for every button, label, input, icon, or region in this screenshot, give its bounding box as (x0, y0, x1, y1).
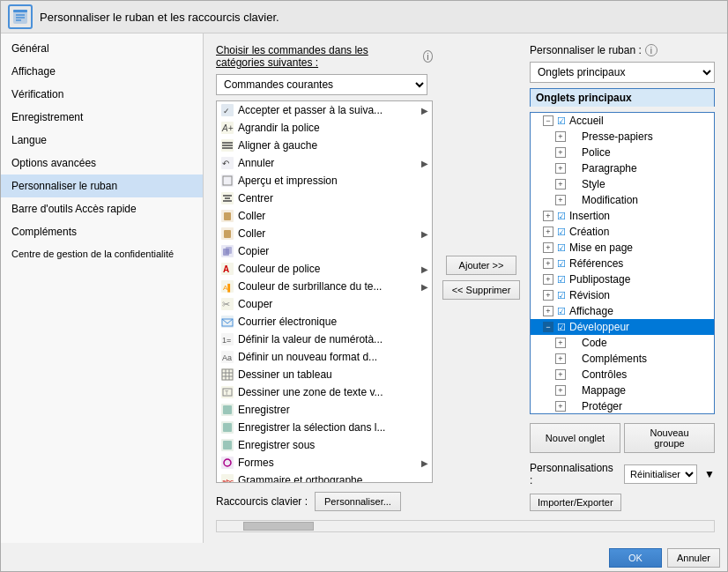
list-item[interactable]: Enregistrer la sélection dans l... (217, 419, 432, 436)
tree-item-controles[interactable]: + Contrôles (531, 367, 714, 383)
list-item[interactable]: Formes ▶ (217, 454, 432, 472)
svg-rect-27 (226, 247, 232, 254)
ribbon-tree[interactable]: − Accueil + Presse-papiers + Poli (530, 112, 715, 414)
list-item[interactable]: Aligner à gauche (217, 137, 432, 154)
horizontal-scrollbar[interactable] (216, 520, 715, 532)
expand-developpeur[interactable]: − (543, 322, 553, 332)
check-creation[interactable] (555, 226, 568, 238)
list-item[interactable]: ✂ Couper (217, 295, 432, 313)
sidebar-item-affichage[interactable]: Affichage (1, 60, 203, 83)
expand-references[interactable]: + (543, 258, 553, 269)
check-publipostage[interactable] (555, 273, 568, 286)
svg-rect-54 (223, 441, 232, 449)
tree-item-code[interactable]: + Code (531, 335, 714, 351)
expand-modification[interactable]: + (555, 195, 566, 205)
expand-accueil[interactable]: − (543, 115, 553, 126)
svg-text:Aa: Aa (222, 353, 232, 362)
expand-presse[interactable]: + (555, 131, 566, 142)
tree-item-complements-dev[interactable]: + Compléments (531, 351, 714, 367)
personnaliser-button[interactable]: Personnaliser... (315, 492, 401, 511)
list-item[interactable]: Centrer (217, 189, 432, 207)
tree-item-police[interactable]: + Police (531, 145, 714, 160)
check-references[interactable] (555, 257, 568, 270)
list-item[interactable]: A▌ Couleur de surbrillance du te... ▶ (217, 278, 432, 295)
list-item[interactable]: ↶ Annuler ▶ (217, 154, 432, 172)
list-item[interactable]: Coller (217, 207, 432, 225)
ribbon-dropdown[interactable]: Onglets principaux (530, 62, 715, 83)
expand-insertion[interactable]: + (543, 211, 553, 221)
cancel-button[interactable]: Annuler (667, 548, 720, 568)
list-item[interactable]: Dessiner un tableau (217, 366, 432, 383)
list-item[interactable]: A+ Agrandir la police (217, 119, 432, 137)
expand-code[interactable]: + (555, 338, 566, 348)
list-item[interactable]: Enregistrer sous (217, 436, 432, 454)
expand-revision[interactable]: + (543, 290, 553, 301)
tree-item-affichage[interactable]: + Affichage (531, 303, 714, 319)
sidebar-item-complements[interactable]: Compléments (1, 220, 203, 243)
ok-button[interactable]: OK (609, 548, 662, 568)
new-group-button[interactable]: Nouveau groupe (624, 423, 715, 453)
tree-item-creation[interactable]: + Création (531, 224, 714, 240)
remove-button[interactable]: << Supprimer (442, 280, 521, 300)
list-item[interactable]: Aperçu et impression (217, 172, 432, 189)
tree-item-insertion[interactable]: + Insertion (531, 208, 714, 224)
tree-item-publipostage[interactable]: + Publipostage (531, 271, 714, 287)
list-item[interactable]: abc Grammaire et orthographe (217, 472, 432, 483)
expand-mise-en-page[interactable]: + (543, 242, 553, 253)
list-item[interactable]: Courrier électronique (217, 313, 432, 331)
tree-item-proteger[interactable]: + Protéger (531, 398, 714, 414)
expand-complements-dev[interactable]: + (555, 353, 566, 364)
sidebar-item-verification[interactable]: Vérification (1, 83, 203, 106)
expand-controles[interactable]: + (555, 369, 566, 380)
check-revision[interactable] (555, 289, 568, 301)
right-info-icon[interactable]: i (645, 44, 657, 56)
expand-mappage[interactable]: + (555, 385, 566, 396)
sidebar-item-general[interactable]: Général (1, 37, 203, 60)
list-item[interactable]: ✓ Accepter et passer à la suiva... ▶ (217, 101, 432, 119)
import-export-button[interactable]: Importer/Exporter (530, 494, 621, 511)
expand-publipostage[interactable]: + (543, 274, 553, 285)
expand-paragraphe[interactable]: + (555, 163, 566, 174)
check-affichage[interactable] (555, 305, 568, 317)
tree-item-style[interactable]: + Style (531, 176, 714, 192)
commands-list[interactable]: ✓ Accepter et passer à la suiva... ▶ A+ … (216, 100, 433, 483)
list-item[interactable]: T Dessiner une zone de texte v... (217, 383, 432, 401)
item-icon-agrandir: A+ (220, 121, 234, 135)
check-accueil[interactable] (555, 115, 568, 127)
sidebar-item-confidentialite[interactable]: Centre de gestion de la confidentialité (1, 243, 203, 264)
tree-item-revision[interactable]: + Révision (531, 287, 714, 303)
check-insertion[interactable] (555, 210, 568, 222)
expand-proteger[interactable]: + (555, 401, 566, 412)
sidebar-item-barre-outils[interactable]: Barre d'outils Accès rapide (1, 197, 203, 220)
sidebar-item-personnaliser-ruban[interactable]: Personnaliser le ruban (1, 175, 203, 197)
list-item[interactable]: 1= Définir la valeur de numérotà... (217, 331, 432, 348)
expand-affichage[interactable]: + (543, 306, 553, 316)
tree-item-presse-papiers[interactable]: + Presse-papiers (531, 129, 714, 145)
left-info-icon[interactable]: i (423, 50, 433, 63)
sidebar-item-options-avancees[interactable]: Options avancées (1, 152, 203, 175)
add-button[interactable]: Ajouter >> (446, 256, 516, 275)
tree-item-references[interactable]: + Références (531, 256, 714, 271)
sidebar-item-langue[interactable]: Langue (1, 129, 203, 152)
tree-item-paragraphe[interactable]: + Paragraphe (531, 160, 714, 176)
tree-item-modification[interactable]: + Modification (531, 192, 714, 208)
commands-dropdown[interactable]: Commandes courantes (216, 74, 427, 95)
list-item[interactable]: Enregistrer (217, 401, 432, 419)
list-item[interactable]: A Couleur de police ▶ (217, 260, 432, 278)
check-mise-en-page[interactable] (555, 241, 568, 254)
tree-item-mappage[interactable]: + Mappage (531, 383, 714, 398)
expand-style[interactable]: + (555, 179, 566, 189)
list-item[interactable]: Coller ▶ (217, 225, 432, 242)
expand-creation[interactable]: + (543, 227, 553, 237)
tree-item-mise-en-page[interactable]: + Mise en page (531, 240, 714, 256)
reinitialiser-arrow[interactable]: ▼ (704, 468, 715, 480)
check-developpeur[interactable]: ☑ (555, 321, 568, 333)
list-item[interactable]: Copier (217, 242, 432, 260)
sidebar-item-enregistrement[interactable]: Enregistrement (1, 106, 203, 129)
tree-item-developpeur[interactable]: − ☑ Développeur (531, 319, 714, 335)
reinitialiser-select[interactable]: Réinitialiser (624, 464, 697, 484)
list-item[interactable]: Aa Définir un nouveau format d... (217, 348, 432, 366)
new-tab-button[interactable]: Nouvel onglet (530, 423, 620, 453)
tree-item-accueil[interactable]: − Accueil (531, 113, 714, 129)
expand-police[interactable]: + (555, 147, 566, 158)
